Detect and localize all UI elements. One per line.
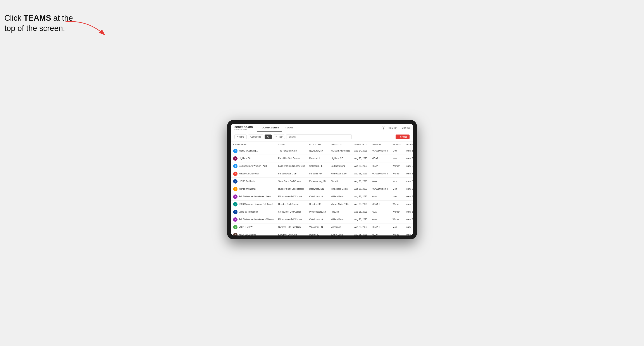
event-name-text: Fall Statesmen Invitational - Men [239,195,271,198]
cell-scoring: team, Stroke Play [404,223,413,231]
event-name-text: Highland 36 [239,157,250,160]
cell-gender: Women [390,231,404,235]
cell-start-date: Aug 28, 2023 [352,200,370,208]
cell-start-date: Aug 28, 2023 [352,231,370,235]
cell-division: NICAA I [369,155,390,162]
brand-logo: SCOREBOARD Powered by clippit [234,126,253,130]
cell-start-date: Aug 24, 2023 [352,147,370,155]
col-event-name: EVENT NAME [231,142,276,147]
tablet-device: SCOREBOARD Powered by clippit TOURNAMENT… [227,120,417,239]
cell-start-date: Aug 28, 2023 [352,177,370,185]
cell-division: NAIA [369,177,390,185]
cell-gender: Women [390,162,404,170]
event-name-text: Morris Invitational [239,188,256,190]
all-filter-btn[interactable]: All [264,135,272,139]
cell-hosted-by: William Penn [328,193,352,200]
cell-city-state: Vincennes, IN [307,223,328,231]
filter-icon: ≡ [276,136,277,138]
cell-gender: Men [390,177,404,185]
team-logo: C [233,164,238,168]
cell-hosted-by: Vincennes [328,223,352,231]
cell-venue: The Powelton Club [276,147,307,155]
cell-gender: Men [390,223,404,231]
cell-hosted-by: William Penn [328,216,352,223]
table-row: C Carl Sandburg Women FA23 Lake Bracken … [231,162,413,170]
cell-city-state: Faribault, MN [307,170,328,177]
cell-scoring: team, Stroke Play [404,185,413,193]
event-name-text: Klash at Kokopelli [239,233,256,235]
cell-event-name: M Maverick Invitational [231,170,276,177]
cell-division: NAIA [369,216,390,223]
cell-scoring: team, Stroke Play [404,177,413,185]
cell-scoring: team, Stroke Play [404,200,413,208]
team-logo: M [233,172,238,176]
team-logo: U [233,179,238,183]
cell-gender: Women [390,208,404,216]
cell-venue: Edmundson Golf Course [276,216,307,223]
cell-event-name: F Fall Statesmen Invitational - Men [231,193,276,200]
cell-hosted-by: Carl Sandburg [328,162,352,170]
cell-city-state: Deerwood, MN [307,185,328,193]
create-button[interactable]: + Create [396,135,410,139]
cell-hosted-by: Mt. Saint Mary (NY) [328,147,352,155]
event-name-text: Carl Sandburg Women FA23 [239,165,267,167]
competing-filter-btn[interactable]: Competing [248,135,263,139]
cell-hosted-by: Highland CC [328,155,352,162]
cell-venue: Kokopelli Golf Club [276,231,307,235]
table-row: M MSMC Qualifying 1 The Powelton Club Ne… [231,147,413,155]
cell-start-date: Aug 28, 2023 [352,193,370,200]
cell-division: NAIA [369,208,390,216]
cell-scoring: team, Stroke Play [404,208,413,216]
brand-subtitle: Powered by clippit [234,128,253,130]
cell-start-date: Aug 28, 2023 [352,208,370,216]
cell-city-state: Freeport, IL [307,155,328,162]
filter-options-btn[interactable]: ≡ Filter [273,135,285,139]
tournaments-table-container: EVENT NAME VENUE CITY, STATE HOSTED BY S… [231,142,413,235]
nav-tournaments[interactable]: TOURNAMENTS [257,124,282,132]
cell-venue: Ruttger's Bay Lake Resort [276,185,307,193]
tablet-screen: SCOREBOARD Powered by clippit TOURNAMENT… [231,124,413,235]
cell-division: NICAA I [369,162,390,170]
cell-venue: StoneCrest Golf Course [276,177,307,185]
cell-hosted-by: Minnesota State [328,170,352,177]
event-name-text: upike fall invitational [239,211,258,213]
cell-scoring: team, Stroke Play [404,147,413,155]
cell-event-name: K Klash at Kokopelli [231,231,276,235]
event-name-text: VU PREVIEW [239,226,252,228]
cell-hosted-by: Minnesota-Morris [328,185,352,193]
table-row: H Highland 36 Park Hills Golf Course Fre… [231,155,413,162]
cell-division: NAIA [369,193,390,200]
event-name-text: Maverick Invitational [239,173,259,175]
search-input[interactable] [286,134,352,139]
cell-venue: Faribault Golf Club [276,170,307,177]
filter-bar: Hosting Competing All ≡ Filter + Create [231,132,413,142]
cell-hosted-by: Pikeville [328,208,352,216]
nav-teams[interactable]: TEAMS [282,124,296,132]
hosting-filter-btn[interactable]: Hosting [234,135,247,139]
table-row: H 2023 Women's Hesston Fall Kickoff Hess… [231,200,413,208]
search-box [286,134,394,139]
cell-scoring: team, Stroke Play [404,162,413,170]
cell-city-state: Hesston, KS [307,200,328,208]
cell-city-state: Oskaloosa, IA [307,193,328,200]
cell-gender: Women [390,170,404,177]
cell-event-name: M Morris Invitational [231,185,276,193]
table-row: K Klash at Kokopelli Kokopelli Golf Club… [231,231,413,235]
sign-out-link[interactable]: Sign out [402,127,410,129]
cell-city-state: Marion, IL [307,231,328,235]
cell-start-date: Aug 28, 2023 [352,223,370,231]
col-scoring: SCORING [404,142,413,147]
nav-bar: SCOREBOARD Powered by clippit TOURNAMENT… [231,124,413,132]
cell-division: NICAA I [369,231,390,235]
cell-city-state: Oskaloosa, IA [307,216,328,223]
cell-hosted-by: Pikeville [328,177,352,185]
col-venue: VENUE [276,142,307,147]
settings-icon[interactable]: ⚙ [382,126,385,130]
cell-event-name: H 2023 Women's Hesston Fall Kickoff [231,200,276,208]
nav-separator: | [399,127,400,129]
cell-gender: Men [390,147,404,155]
cell-event-name: H Highland 36 [231,155,276,162]
team-logo: M [233,187,238,191]
event-name-text: MSMC Qualifying 1 [239,150,258,152]
cell-city-state: Galesburg, IL [307,162,328,170]
